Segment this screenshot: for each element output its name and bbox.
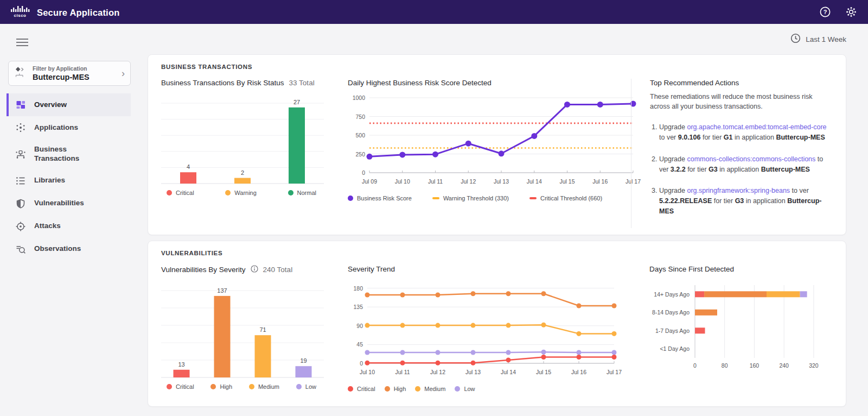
legend-item-high[interactable]: High [385, 386, 406, 392]
point-business-risk-score[interactable] [432, 152, 438, 157]
point-high[interactable] [612, 303, 617, 308]
time-range-selector[interactable]: Last 1 Week [148, 24, 846, 54]
help-icon[interactable]: ? [818, 5, 832, 19]
point-high[interactable] [506, 291, 511, 296]
point-critical[interactable] [471, 360, 476, 365]
risk-status-legend: CriticalWarningNormal [161, 190, 324, 196]
point-high[interactable] [436, 292, 441, 297]
bar-low[interactable] [296, 366, 312, 377]
point-low[interactable] [471, 350, 476, 355]
legend-item-critical[interactable]: Critical [167, 190, 194, 196]
point-critical[interactable] [577, 355, 582, 360]
library-link[interactable]: org.springframework:spring-beans [687, 187, 790, 194]
point-medium[interactable] [541, 322, 546, 327]
sidebar-item-observations[interactable]: Observations [7, 238, 131, 261]
point-critical[interactable] [365, 360, 370, 365]
bar-medium[interactable] [255, 335, 271, 377]
legend-item-critical-threshold-660-[interactable]: Critical Threshold (660) [529, 195, 602, 201]
legend-item-medium[interactable]: Medium [415, 386, 445, 392]
point-critical[interactable] [436, 360, 441, 365]
settings-gear-icon[interactable] [844, 5, 858, 19]
segment-high[interactable] [695, 309, 717, 315]
bar-warning[interactable] [234, 178, 251, 184]
point-high[interactable] [365, 292, 370, 297]
svg-text:1000: 1000 [353, 94, 366, 101]
application-filter[interactable]: Filter by Application Buttercup-MES › [8, 61, 131, 86]
segment-low[interactable] [800, 291, 807, 297]
point-medium[interactable] [577, 331, 582, 336]
sidebar-item-attacks[interactable]: Attacks [7, 215, 131, 238]
point-business-risk-score[interactable] [465, 141, 471, 147]
point-critical[interactable] [400, 360, 405, 365]
svg-text:Jul 13: Jul 13 [465, 369, 481, 375]
svg-text:1-7 Days Ago: 1-7 Days Ago [655, 327, 690, 333]
recommended-action: Upgrade org.springframework:spring-beans… [659, 186, 833, 216]
point-medium[interactable] [612, 331, 617, 336]
point-high[interactable] [577, 303, 582, 308]
point-business-risk-score[interactable] [399, 152, 405, 157]
point-medium[interactable] [506, 323, 511, 327]
applications-icon [15, 122, 26, 133]
library-link[interactable]: org.apache.tomcat.embed:tomcat-embed-cor… [687, 123, 826, 131]
legend-item-low[interactable]: Low [296, 383, 316, 390]
point-low[interactable] [365, 350, 370, 355]
svg-text:Jul 17: Jul 17 [607, 369, 622, 375]
menu-toggle-icon[interactable] [16, 38, 28, 49]
bar-normal[interactable] [289, 108, 305, 184]
sidebar-item-libraries[interactable]: Libraries [7, 169, 131, 192]
point-business-risk-score[interactable] [564, 102, 570, 108]
point-business-risk-score[interactable] [367, 154, 373, 160]
bar-critical[interactable] [174, 369, 190, 377]
legend-item-critical[interactable]: Critical [167, 383, 194, 390]
bar-high[interactable] [214, 295, 231, 377]
svg-text:160: 160 [750, 362, 760, 369]
segment-high[interactable] [704, 291, 767, 297]
info-icon[interactable] [251, 265, 258, 274]
legend-item-low[interactable]: Low [455, 386, 475, 392]
library-link[interactable]: commons-collections:commons-collections [687, 155, 815, 163]
segment-medium[interactable] [767, 291, 800, 297]
point-high[interactable] [541, 291, 546, 296]
bar-critical[interactable] [180, 172, 196, 184]
legend-item-normal[interactable]: Normal [288, 190, 316, 196]
legend-item-warning-threshold-330-[interactable]: Warning Threshold (330) [432, 195, 509, 201]
brand: cisco Secure Application [10, 4, 119, 20]
point-low[interactable] [577, 350, 582, 355]
legend-item-business-risk-score[interactable]: Business Risk Score [348, 195, 412, 201]
legend-item-critical[interactable]: Critical [348, 386, 375, 392]
legend-item-medium[interactable]: Medium [249, 383, 279, 390]
segment-critical[interactable] [695, 327, 705, 333]
legend-item-warning[interactable]: Warning [225, 190, 257, 196]
svg-text:27: 27 [293, 99, 300, 105]
point-critical[interactable] [506, 357, 511, 362]
sidebar-item-business-transactions[interactable]: Business Transactions [7, 139, 131, 169]
svg-text:71: 71 [259, 326, 266, 333]
point-low[interactable] [400, 350, 405, 355]
svg-text:45: 45 [356, 341, 363, 348]
point-business-risk-score[interactable] [531, 133, 537, 139]
point-low[interactable] [541, 349, 546, 354]
point-medium[interactable] [400, 323, 405, 327]
point-medium[interactable] [436, 323, 441, 327]
point-business-risk-score[interactable] [499, 150, 505, 156]
days-since-hbar-chart: 08016024032014+ Days Ago8-14 Days Ago1-7… [649, 280, 833, 372]
point-business-risk-score[interactable] [597, 102, 603, 108]
point-medium[interactable] [471, 323, 476, 327]
point-critical[interactable] [612, 355, 617, 360]
sidebar-item-vulnerabilities[interactable]: Vulnerabilities [7, 192, 131, 215]
chart-total: 33 Total [289, 79, 315, 87]
point-critical[interactable] [541, 355, 546, 360]
point-medium[interactable] [365, 323, 370, 327]
svg-text:14+ Days Ago: 14+ Days Ago [654, 291, 690, 297]
sidebar-nav: Overview Applications [0, 93, 138, 261]
point-low[interactable] [506, 350, 511, 355]
legend-item-high[interactable]: High [210, 383, 232, 390]
sidebar-item-applications[interactable]: Applications [7, 116, 131, 139]
sidebar-item-overview[interactable]: Overview [7, 93, 131, 116]
point-low[interactable] [436, 350, 441, 355]
point-high[interactable] [400, 292, 405, 297]
app-title: Secure Application [37, 8, 119, 18]
point-low[interactable] [612, 350, 617, 355]
point-high[interactable] [471, 291, 476, 296]
segment-critical[interactable] [695, 291, 704, 297]
